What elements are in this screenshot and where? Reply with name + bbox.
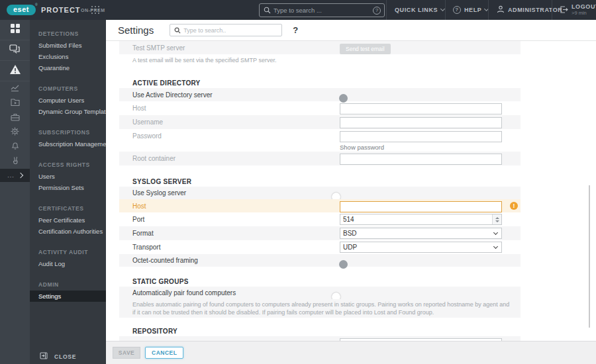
sidebar-menu: DETECTIONS Submitted Files Exclusions Qu…	[30, 20, 106, 364]
octet-framing-label: Octet-counted framing	[119, 257, 198, 264]
format-select-value: BSD	[343, 230, 494, 237]
menu-section-activity-audit: ACTIVITY AUDIT	[30, 244, 106, 258]
quick-links-menu[interactable]: QUICK LINKS	[395, 0, 444, 20]
sidebar-item-reports[interactable]	[0, 81, 30, 96]
sidebar-item-permission-sets[interactable]: Permission Sets	[30, 182, 106, 193]
save-button[interactable]: SAVE	[113, 347, 140, 359]
syslog-port-row: Port	[119, 212, 521, 226]
app-launcher-icon[interactable]	[91, 6, 100, 15]
ad-root-container-input[interactable]	[340, 154, 502, 165]
sidebar-item-notifications[interactable]	[0, 140, 30, 154]
vertical-scrollbar[interactable]	[589, 185, 590, 328]
send-test-email-button[interactable]: Send test email	[340, 44, 391, 54]
format-select[interactable]: BSD	[340, 228, 502, 239]
chevron-down-icon	[493, 230, 498, 235]
pair-computers-label: Automatically pair found computers	[119, 289, 236, 296]
sidebar-item-quarantine[interactable]: Quarantine	[30, 62, 106, 73]
toolbox-icon	[11, 112, 20, 124]
ellipsis-icon: ...	[7, 173, 15, 177]
help-icon: ?	[453, 6, 461, 14]
sidebar-item-peer-certificates[interactable]: Peer Certificates	[30, 214, 106, 226]
show-password-row: Show password	[119, 142, 521, 152]
settings-search[interactable]	[170, 24, 282, 36]
warning-triangle-icon	[9, 64, 21, 77]
sidebar-item-tasks[interactable]	[0, 96, 30, 111]
syslog-format-label: Format	[119, 230, 154, 237]
help-label: HELP	[464, 7, 481, 13]
syslog-port-label: Port	[119, 216, 144, 223]
sidebar-item-certification-authorities[interactable]: Certification Authorities	[30, 226, 106, 237]
validation-warning-icon: !	[510, 202, 518, 210]
ad-host-row: Host	[119, 101, 521, 115]
sidebar-item-users[interactable]: Users	[30, 171, 106, 182]
global-search-input[interactable]	[273, 7, 370, 14]
computers-icon	[9, 44, 21, 57]
show-password-toggle[interactable]: Show password	[340, 144, 384, 151]
settings-form: Test SMTP server Send test email A test …	[106, 41, 596, 341]
transport-select[interactable]: UDP	[340, 242, 502, 253]
sidebar-more-button[interactable]: ...	[0, 169, 30, 182]
cancel-button[interactable]: CANCEL	[145, 347, 183, 359]
port-stepper[interactable]	[492, 214, 501, 224]
search-icon	[264, 5, 271, 17]
user-label: ADMINISTRATOR	[508, 7, 562, 13]
syslog-transport-row: Transport UDP	[119, 240, 521, 254]
use-ad-label: Use Active Directory server	[119, 91, 213, 99]
sidebar-item-computers[interactable]	[0, 40, 30, 61]
status-overview-icon	[11, 156, 19, 167]
sidebar-item-detections[interactable]	[0, 61, 30, 81]
static-groups-header-row: STATIC GROUPS	[119, 277, 521, 287]
syslog-host-input[interactable]	[340, 201, 502, 212]
ad-host-label: Host	[119, 105, 146, 112]
ad-username-input[interactable]	[340, 117, 502, 128]
product-name: PROTECT	[41, 6, 81, 14]
logout-icon	[560, 5, 568, 15]
ad-host-input[interactable]	[340, 103, 502, 114]
logout-label: LOGOUT	[571, 3, 596, 10]
sidebar-collapse-button[interactable]: CLOSE	[30, 349, 106, 364]
topbar-divider	[386, 0, 387, 20]
sidebar-item-policies[interactable]	[0, 125, 30, 140]
settings-search-input[interactable]	[183, 27, 281, 34]
help-menu[interactable]: ? HELP	[453, 0, 488, 20]
sidebar-item-computer-users[interactable]: Computer Users	[30, 95, 106, 106]
menu-section-subscriptions: SUBSCRIPTIONS	[30, 124, 106, 138]
pair-computers-row: Automatically pair found computers	[119, 287, 521, 299]
sidebar-item-exclusions[interactable]: Exclusions	[30, 51, 106, 62]
ad-username-row: Username	[119, 115, 521, 129]
sidebar-item-subscription-management[interactable]: Subscription Management	[30, 138, 106, 150]
menu-section-certificates: CERTIFICATES	[30, 200, 106, 214]
menu-section-computers: COMPUTERS	[30, 80, 106, 95]
collapse-icon	[40, 352, 48, 361]
active-directory-header-row: ACTIVE DIRECTORY	[119, 77, 521, 88]
ad-password-input[interactable]	[340, 131, 502, 142]
sidebar-item-installers[interactable]	[0, 111, 30, 125]
search-help-icon[interactable]: ?	[373, 7, 381, 15]
sidebar-item-dynamic-group-templates[interactable]: Dynamic Group Templates	[30, 106, 106, 117]
syslog-port-input[interactable]	[340, 214, 492, 224]
gear-icon	[11, 126, 19, 138]
logout-button[interactable]: LOGOUT >9 min	[560, 0, 596, 20]
dashboard-icon	[10, 23, 21, 36]
sidebar-item-audit-log[interactable]: Audit Log	[30, 258, 106, 269]
user-icon	[497, 5, 505, 15]
sidebar-item-settings[interactable]: Settings	[30, 291, 106, 302]
topbar-divider	[445, 0, 446, 20]
ad-root-container-row: Root container	[119, 152, 521, 165]
smtp-test-label: Test SMTP server	[119, 44, 185, 52]
sidebar-item-status-overview[interactable]	[0, 154, 30, 169]
page-help-button[interactable]: ?	[293, 25, 298, 35]
sidebar-item-submitted-files[interactable]: Submitted Files	[30, 40, 106, 51]
pair-description-row: Enables automatic pairing of found compu…	[119, 299, 521, 318]
static-groups-title: STATIC GROUPS	[119, 278, 189, 285]
main-panel: Settings ? Test SMTP server Send test em…	[106, 20, 596, 364]
sidebar-item-dashboard[interactable]	[0, 20, 30, 40]
logout-timer: >9 min	[571, 10, 596, 17]
syslog-transport-label: Transport	[119, 244, 160, 251]
user-menu[interactable]: ADMINISTRATOR	[497, 0, 562, 20]
chart-icon	[11, 83, 20, 95]
smtp-test-row: Test SMTP server Send test email	[119, 41, 521, 54]
ad-root-container-label: Root container	[119, 155, 175, 162]
repository-row-clipped	[119, 336, 521, 341]
global-search[interactable]: ?	[259, 3, 385, 17]
